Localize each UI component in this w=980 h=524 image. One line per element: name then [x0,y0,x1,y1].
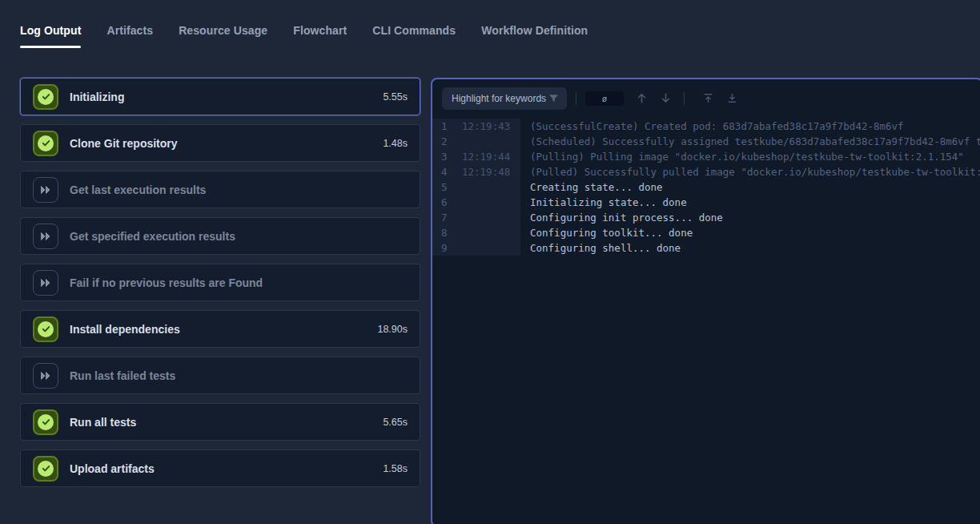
check-icon [33,409,58,435]
step-card-run-all-tests[interactable]: Run all tests 5.65s [20,403,420,441]
log-line: 2(Scheduled) Successfully assigned testk… [432,134,980,149]
step-card-fail-if-no-previous-results[interactable]: Fail if no previous results are Found [20,264,420,301]
log-line: 6Initializing state... done [432,195,980,210]
next-match-button[interactable] [656,89,675,108]
match-counter: ø [585,91,624,106]
line-timestamp [462,195,520,210]
active-tab-underline [20,46,81,48]
line-text: Configuring shell... done [520,240,681,256]
tab-flowchart[interactable]: Flowchart [293,24,347,48]
line-text: Creating state... done [520,179,663,195]
step-duration: 5.55s [383,91,408,103]
step-label: Run all tests [70,416,136,429]
step-duration: 1.48s [383,138,408,149]
line-text: (Pulling) Pulling image "docker.io/kubes… [520,149,964,164]
log-line: 8Configuring toolkit... done [432,225,980,240]
log-lines: 112:19:43(SuccessfulCreate) Created pod:… [432,119,980,256]
line-number: 3 [432,149,462,164]
scroll-to-bottom-button[interactable] [722,89,741,108]
toolbar-divider [576,92,576,105]
step-label: Get specified execution results [70,230,235,243]
step-card-upload-artifacts[interactable]: Upload artifacts 1.58s [20,449,420,487]
check-icon [33,316,58,342]
scroll-to-top-button[interactable] [698,89,717,108]
line-number: 8 [432,225,462,240]
log-line: 412:19:48(Pulled) Successfully pulled im… [432,164,980,179]
step-label: Run last failed tests [70,369,175,382]
step-label: Upload artifacts [70,462,155,475]
log-line: 9Configuring shell... done [432,240,980,256]
check-icon [33,131,58,156]
execution-detail: Initializing 5.55s Clone Git repository … [0,78,980,524]
line-number: 7 [432,210,462,225]
step-card-get-specified-execution-results[interactable]: Get specified execution results [20,217,420,255]
line-timestamp [462,134,520,149]
line-timestamp [462,225,520,240]
line-timestamp: 12:19:48 [462,164,520,179]
skip-forward-icon [33,363,58,389]
line-text: Configuring init process... done [520,210,723,225]
check-icon [33,84,58,110]
arrow-down-icon [659,91,673,105]
line-text: (Scheduled) Successfully assigned testku… [520,134,980,149]
log-output-panel: Highlight for keywords ø 112:19:43(Succe… [431,78,980,524]
step-card-initializing[interactable]: Initializing 5.55s [20,78,420,115]
line-text: (SuccessfulCreate) Created pod: 683d7aba… [520,119,904,134]
log-line: 7Configuring init process... done [432,210,980,225]
step-card-install-dependencies[interactable]: Install dependencies 18.90s [20,310,420,348]
skip-forward-icon [33,270,58,296]
tab-bar: Log Output Artifacts Resource Usage Flow… [0,0,980,48]
step-duration: 1.58s [383,463,408,474]
step-duration: 18.90s [377,324,408,335]
tab-workflow-definition[interactable]: Workflow Definition [481,24,588,48]
line-text: Initializing state... done [520,195,687,210]
line-timestamp [462,240,520,256]
steps-list: Initializing 5.55s Clone Git repository … [20,78,420,496]
step-card-clone-git-repository[interactable]: Clone Git repository 1.48s [20,124,420,162]
log-line: 112:19:43(SuccessfulCreate) Created pod:… [432,119,980,134]
step-label: Fail if no previous results are Found [70,276,263,289]
filter-icon [548,94,559,103]
search-placeholder: Highlight for keywords [452,93,546,104]
step-card-get-last-execution-results[interactable]: Get last execution results [20,171,420,208]
line-timestamp: 12:19:43 [462,119,520,134]
scroll-to-top-icon [702,92,714,104]
toolbar-divider [684,92,685,105]
tab-artifacts[interactable]: Artifacts [106,24,153,48]
log-line: 5Creating state... done [432,179,980,195]
line-number: 2 [432,134,462,149]
tab-cli-commands[interactable]: CLI Commands [372,24,456,48]
line-timestamp [462,179,520,195]
line-number: 9 [432,240,462,256]
step-label: Install dependencies [70,323,180,336]
line-timestamp: 12:19:44 [462,149,520,164]
arrow-up-icon [635,91,649,105]
line-number: 4 [432,164,462,179]
scroll-to-bottom-icon [726,92,738,104]
step-label: Clone Git repository [70,137,178,150]
step-label: Get last execution results [70,183,206,196]
line-number: 5 [432,179,462,195]
line-number: 6 [432,195,462,210]
line-timestamp [462,210,520,225]
line-number: 1 [432,119,462,134]
log-toolbar: Highlight for keywords ø [432,79,980,111]
keyword-search-input[interactable]: Highlight for keywords [442,87,567,110]
step-label: Initializing [70,91,124,103]
step-card-run-last-failed-tests[interactable]: Run last failed tests [20,357,420,394]
tab-log-output[interactable]: Log Output [20,24,81,48]
step-duration: 5.65s [383,417,408,428]
skip-forward-icon [33,224,58,249]
line-text: Configuring toolkit... done [520,225,693,240]
line-text: (Pulled) Successfully pulled image "dock… [520,164,980,179]
log-line: 312:19:44(Pulling) Pulling image "docker… [432,149,980,164]
prev-match-button[interactable] [632,89,651,108]
skip-forward-icon [33,177,58,203]
check-icon [33,456,58,482]
tab-resource-usage[interactable]: Resource Usage [179,24,267,48]
